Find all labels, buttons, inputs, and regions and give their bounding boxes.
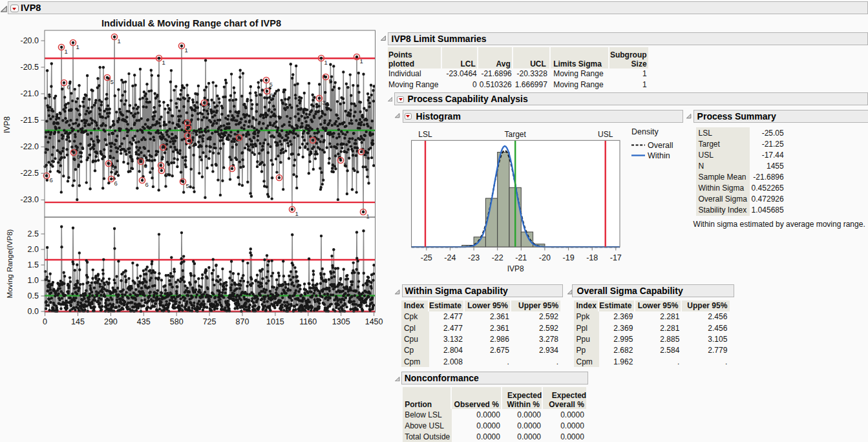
svg-text:-23.0: -23.0 [21,195,39,204]
svg-text:1.5: 1.5 [28,260,39,269]
svg-text:1: 1 [366,213,370,220]
svg-text:6: 6 [145,181,149,188]
svg-text:-25: -25 [421,253,432,262]
svg-text:-24: -24 [444,253,456,262]
svg-text:1: 1 [360,58,363,65]
svg-text:6: 6 [112,164,115,171]
svg-text:1015: 1015 [266,317,284,326]
svg-text:0.0: 0.0 [28,307,39,316]
svg-text:-19: -19 [563,253,575,262]
svg-text:-21: -21 [515,253,527,262]
svg-text:Target: Target [505,130,527,139]
svg-text:1305: 1305 [332,317,350,326]
svg-text:LSL: LSL [418,130,432,139]
svg-text:6: 6 [114,180,118,187]
svg-text:-20.0: -20.0 [21,36,39,45]
svg-text:4: 4 [192,142,195,149]
svg-text:-20: -20 [539,253,551,262]
svg-text:1160: 1160 [299,317,317,326]
svg-text:1.0: 1.0 [28,276,39,285]
svg-text:Within: Within [648,151,670,160]
svg-text:Individual & Moving Range char: Individual & Moving Range chart of IVP8 [101,18,281,28]
svg-text:6: 6 [165,171,168,178]
svg-text:0: 0 [43,317,47,326]
svg-text:5: 5 [186,182,189,189]
svg-text:5: 5 [344,161,347,168]
svg-text:-17: -17 [610,253,622,262]
svg-text:Moving Range(IVP8): Moving Range(IVP8) [6,229,14,298]
svg-text:-23: -23 [468,253,480,262]
svg-text:1: 1 [76,43,79,50]
svg-text:-21.5: -21.5 [21,116,39,125]
svg-text:3: 3 [365,153,368,160]
svg-text:870: 870 [236,317,249,326]
svg-text:1: 1 [185,47,188,54]
svg-text:5: 5 [329,78,332,85]
svg-text:6: 6 [144,162,147,169]
svg-text:2.5: 2.5 [28,229,39,238]
svg-text:580: 580 [170,317,184,326]
svg-text:3: 3 [323,99,326,106]
svg-text:1: 1 [324,59,328,66]
svg-text:1450: 1450 [365,317,383,326]
svg-text:6: 6 [50,176,53,184]
svg-text:5: 5 [111,78,114,85]
svg-text:USL: USL [598,130,613,139]
svg-text:435: 435 [137,317,151,326]
svg-text:0.5: 0.5 [28,291,39,300]
svg-text:Density: Density [631,127,659,136]
svg-text:725: 725 [203,317,217,326]
svg-text:-20.5: -20.5 [21,63,39,72]
svg-text:1: 1 [65,48,68,55]
svg-text:6: 6 [270,92,273,99]
svg-text:6: 6 [77,153,80,160]
svg-text:2.0: 2.0 [28,245,39,254]
svg-text:-22.5: -22.5 [21,169,39,178]
svg-text:IVP8: IVP8 [507,264,524,273]
svg-text:145: 145 [71,317,85,326]
svg-text:2: 2 [207,103,211,111]
svg-text:290: 290 [104,317,118,326]
svg-text:5: 5 [270,81,273,88]
svg-text:-22.0: -22.0 [21,142,39,151]
svg-text:1: 1 [295,210,299,217]
svg-text:4: 4 [191,129,195,136]
svg-text:6: 6 [67,83,70,90]
svg-text:-22: -22 [492,253,503,262]
svg-text:-21.0: -21.0 [21,89,39,98]
svg-text:IVP8: IVP8 [3,116,12,133]
svg-text:Overall: Overall [648,141,673,150]
svg-text:1: 1 [162,59,165,66]
svg-text:-18: -18 [586,253,598,262]
svg-text:1: 1 [118,37,121,45]
